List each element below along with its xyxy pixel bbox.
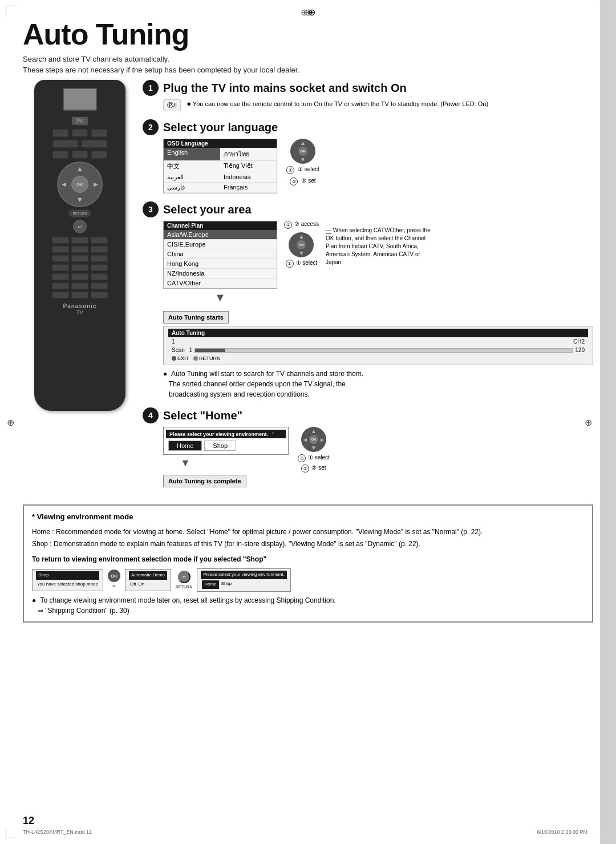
ok-mini-button[interactable]: OK <box>108 570 120 582</box>
step2-select-label: ① select <box>298 166 319 174</box>
lang-english[interactable]: English <box>164 148 220 161</box>
channel-catv-other[interactable]: CATV/Other <box>164 278 277 288</box>
return-mini-button[interactable]: ↩ <box>178 571 191 583</box>
remote-btn[interactable] <box>91 129 107 137</box>
remote-btn[interactable] <box>52 151 68 159</box>
lang-french[interactable]: Français <box>220 183 277 193</box>
dpad-up-arrow[interactable]: ▲ <box>76 165 83 173</box>
subtitle1: Search and store TV channels automatical… <box>23 55 593 63</box>
lang-indonesian[interactable]: Indonesia <box>220 172 277 183</box>
remote-control: Ⓟ/I ▲ <box>34 80 125 411</box>
shop2-option[interactable]: Shop <box>221 580 232 589</box>
hs-header: Please select your viewing environment. … <box>166 430 286 438</box>
remote-btn[interactable] <box>52 264 69 271</box>
catv-note: — When selecting CATV/Other, press the O… <box>326 227 434 266</box>
remote-btn-row-1 <box>41 129 119 137</box>
remote-btn[interactable] <box>72 151 88 159</box>
hs-option-shop[interactable]: Shop <box>204 441 236 451</box>
dpad-left-arrow[interactable]: ◄ <box>60 180 67 188</box>
arrow-down-step3: ▼ <box>214 291 593 304</box>
ve-last-note2: ⇒ "Shipping Condition" (p. 30) <box>38 607 129 615</box>
dpad-down-arrow[interactable]: ▼ <box>76 196 83 204</box>
remote-btn[interactable] <box>52 282 69 289</box>
remote-btn[interactable] <box>71 246 88 253</box>
step4-set-instruction: ② ② set <box>301 465 326 473</box>
lang-vietnamese[interactable]: Tiếng Việt <box>220 161 277 172</box>
auto-demo-off[interactable]: Off <box>130 581 136 588</box>
viewing-env-box: * Viewing environment mode Home : Recomm… <box>23 504 593 623</box>
at-row1-label: 1 <box>172 338 175 345</box>
remote-btn[interactable] <box>91 151 107 159</box>
dpad-right-arrow[interactable]: ► <box>92 180 99 188</box>
shop-screen: Shop You have selected shop mode <box>32 569 103 591</box>
catv-note-text: When selecting CATV/Other, press the OK … <box>326 227 431 265</box>
remote-btn[interactable] <box>52 246 69 253</box>
remote-btn[interactable] <box>71 237 88 244</box>
home2-option[interactable]: Home <box>202 580 218 589</box>
hs-option-home[interactable]: Home <box>168 441 202 451</box>
lang-thai[interactable]: ภาษาไทย <box>220 148 277 161</box>
step1-desc: You can now use the remote control to tu… <box>193 100 488 107</box>
remote-screen <box>63 88 97 111</box>
at-progress-fill <box>195 349 225 352</box>
remote-btn[interactable] <box>52 255 69 262</box>
remote-btn[interactable] <box>71 292 88 298</box>
remote-btn[interactable] <box>52 129 68 137</box>
at-progress-row: Scan 1 120 <box>168 346 588 354</box>
lang-chinese[interactable]: 中文 <box>164 161 220 172</box>
remote-btn[interactable] <box>71 273 88 280</box>
right-bar <box>600 0 616 844</box>
ve-last-note1: To change viewing environment mode later… <box>40 596 335 604</box>
remote-btn[interactable] <box>91 282 108 289</box>
channel-china[interactable]: China <box>164 249 277 259</box>
shop-flow: Shop You have selected shop mode OK ⇒ Au… <box>32 568 584 592</box>
channel-cis-europe[interactable]: CIS/E.Europe <box>164 240 277 249</box>
lang-farsi[interactable]: فارسی <box>164 183 220 193</box>
remote-btn-wide[interactable] <box>82 140 107 148</box>
remote-dpad[interactable]: ▲ ▼ ◄ ► OK <box>57 161 103 207</box>
step2-ok: OK <box>298 147 307 156</box>
remote-btn[interactable] <box>52 237 69 244</box>
at-row1-value: CH2 <box>573 338 585 345</box>
step2-block: 2 Select your language OSD Language Engl… <box>143 119 593 193</box>
page-title: Auto Tuning <box>23 17 593 51</box>
remote-btn[interactable] <box>91 264 108 271</box>
remote-btn[interactable] <box>71 255 88 262</box>
remote-btn[interactable] <box>52 273 69 280</box>
lang-arabic[interactable]: العربية <box>164 172 220 183</box>
remote-btn[interactable] <box>91 273 108 280</box>
osd-language-table: OSD Language English ภาษาไทย 中文 Tiếng Vi… <box>163 139 277 193</box>
channel-asia-europe[interactable]: Asia/W.Europe <box>164 230 277 240</box>
return-label: RETURN <box>68 209 91 217</box>
at-scan-right: 120 <box>575 347 585 353</box>
step1-content: Ⓟ/I ● You can now use the remote control… <box>163 99 593 111</box>
remote-btn-row-3 <box>41 151 119 159</box>
ve-return-title-text: To return to viewing environment selecti… <box>32 555 266 563</box>
remote-btn[interactable] <box>71 282 88 289</box>
at-scan-value: 1 <box>189 347 193 353</box>
power-button[interactable]: Ⓟ/I <box>71 116 88 126</box>
step3-select-label: ① select <box>296 260 318 268</box>
remote-btn[interactable] <box>72 129 88 137</box>
ok-button[interactable]: OK <box>71 176 88 193</box>
osd-table-header: OSD Language <box>164 139 277 148</box>
remote-btn[interactable] <box>52 292 69 298</box>
auto-tuning-screen: Auto Tuning 1 CH2 Scan 1 120 <box>163 326 593 365</box>
at-return-label: RETURN <box>199 356 221 361</box>
at-progress-bar <box>194 348 573 353</box>
step4-block: 4 Select "Home" Please select your viewi… <box>143 407 593 487</box>
at-exit-label: EXIT <box>177 356 189 361</box>
steps-column: 1 Plug the TV into mains socket and swit… <box>143 80 593 495</box>
remote-btn[interactable] <box>91 255 108 262</box>
remote-btn[interactable] <box>91 246 108 253</box>
channel-hong-kong[interactable]: Hong Kong <box>164 259 277 269</box>
ve-last-note: ● To change viewing environment mode lat… <box>32 595 584 616</box>
remote-btn-row-2 <box>41 140 119 148</box>
remote-btn[interactable] <box>91 237 108 244</box>
channel-nz-indonesia[interactable]: NZ/Indonesia <box>164 269 277 278</box>
remote-btn[interactable] <box>71 264 88 271</box>
remote-btn[interactable] <box>91 292 108 298</box>
remote-btn-wide[interactable] <box>52 140 78 148</box>
return-icon[interactable]: ↩ <box>73 220 87 233</box>
auto-demo-on[interactable]: On <box>138 581 144 588</box>
